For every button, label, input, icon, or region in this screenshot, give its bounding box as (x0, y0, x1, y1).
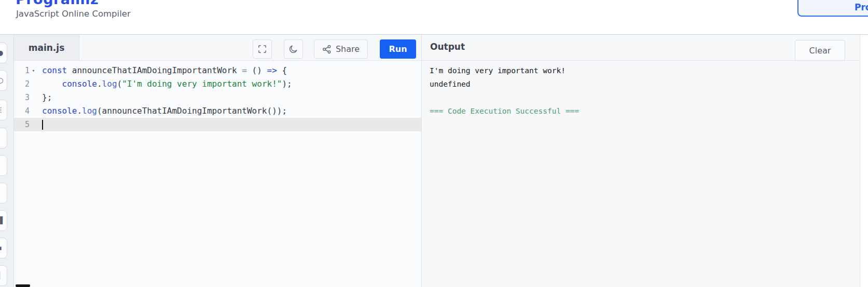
line-number: 3 (14, 91, 30, 104)
line-number: 2 (14, 77, 30, 91)
code-token: console (62, 79, 97, 89)
code-token: = (242, 65, 247, 75)
editor-panel: main.js (14, 35, 422, 287)
sidebar-tool-4-icon: ∕ (0, 128, 5, 148)
code-token: ( (117, 79, 122, 89)
sidebar-tool-5-button[interactable] (0, 155, 7, 176)
sidebar-tool-7-button[interactable]: ▐ (0, 210, 7, 231)
clear-button[interactable]: Clear (795, 40, 845, 61)
fullscreen-button[interactable] (253, 39, 272, 59)
share-nodes-icon (322, 45, 332, 54)
code-token: => (267, 65, 277, 75)
code-line[interactable]: 5 (14, 118, 421, 131)
code-token: }; (42, 92, 52, 102)
tab-main-js[interactable]: main.js (14, 35, 79, 60)
sidebar-tool-9-button[interactable]: ▌ (0, 265, 7, 286)
output-header: Output Clear (422, 35, 860, 61)
line-number: 1 (14, 64, 30, 77)
output-line (430, 91, 860, 104)
code-text: console.log(announceThatIAmDoingImportan… (37, 104, 287, 118)
output-line: I'm doing very important work! (430, 64, 860, 77)
tab-label: main.js (29, 43, 65, 53)
code-token: "I'm doing very important work!" (122, 79, 282, 89)
moon-icon (288, 44, 298, 54)
code-editor[interactable]: 1▾const announceThatIAmDoingImportantWor… (14, 61, 421, 131)
output-panel: Output Clear I'm doing very important wo… (422, 35, 860, 287)
sidebar-tool-9-icon: ▌ (0, 266, 5, 285)
code-token: log (102, 79, 117, 89)
code-text: console.log("I'm doing very important wo… (37, 77, 292, 91)
fold-arrow-icon[interactable]: ▾ (30, 64, 37, 77)
fold-spacer (30, 104, 37, 118)
pro-button[interactable]: Pro (797, 0, 868, 17)
fullscreen-icon (257, 44, 267, 54)
line-number: 5 (14, 118, 30, 131)
code-line[interactable]: 4console.log(announceThatIAmDoingImporta… (14, 104, 421, 118)
output-title: Output (430, 42, 465, 52)
page-title: JavaScript Online Compiler (16, 9, 131, 19)
code-token: () (247, 65, 267, 75)
line-number: 4 (14, 104, 30, 118)
tool-sidebar: ●○⋮∕▍▐▪▌ (0, 35, 14, 287)
text-cursor (42, 120, 43, 130)
sidebar-tool-3-icon: ⋮ (0, 100, 5, 120)
code-line[interactable]: 3}; (14, 91, 421, 104)
sidebar-tool-2-button[interactable]: ○ (0, 70, 7, 91)
site-header: Programiz JavaScript Online Compiler Pro (0, 0, 868, 35)
fold-spacer (30, 91, 37, 104)
sidebar-tool-4-button[interactable]: ∕ (0, 128, 7, 148)
code-token: const (42, 65, 67, 75)
code-token: { (277, 65, 287, 75)
execution-status-line: === Code Execution Successful === (430, 104, 860, 118)
sidebar-tool-3-button[interactable]: ⋮ (0, 100, 7, 120)
sidebar-tool-2-icon: ○ (0, 71, 5, 90)
code-token: log (82, 106, 97, 116)
sidebar-tool-1-button[interactable]: ● (0, 43, 7, 63)
editor-toolbar: main.js (14, 35, 421, 61)
programiz-logo[interactable]: Programiz (16, 0, 99, 7)
output-console: I'm doing very important work!undefined=… (422, 61, 860, 118)
run-button[interactable]: Run (380, 39, 416, 59)
sidebar-tool-7-icon: ▐ (0, 211, 5, 230)
code-token: console (42, 106, 77, 116)
sidebar-tool-5-icon (0, 156, 5, 175)
code-line[interactable]: 2 console.log("I'm doing very important … (14, 77, 421, 91)
code-text (37, 118, 43, 131)
code-text: const announceThatIAmDoingImportantWork … (37, 64, 287, 77)
sidebar-tool-1-icon: ● (0, 43, 5, 63)
sidebar-tool-6-button[interactable]: ▍ (0, 183, 7, 203)
horizontal-scrollbar-thumb[interactable] (16, 284, 30, 287)
code-token: announceThatIAmDoingImportantWork (67, 65, 242, 75)
fold-spacer (30, 118, 37, 131)
code-token: (announceThatIAmDoingImportantWork()); (97, 106, 287, 116)
output-line: undefined (430, 77, 860, 91)
share-button-label: Share (336, 44, 360, 54)
pro-button-label: Pro (855, 2, 868, 12)
code-token: ); (282, 79, 292, 89)
programiz-js-compiler: Programiz JavaScript Online Compiler Pro… (0, 0, 868, 287)
code-text: }; (37, 91, 52, 104)
code-line[interactable]: 1▾const announceThatIAmDoingImportantWor… (14, 64, 421, 77)
share-button[interactable]: Share (314, 39, 368, 59)
sidebar-tool-6-icon: ▍ (0, 183, 5, 203)
sidebar-tool-8-button[interactable]: ▪ (0, 238, 7, 258)
dark-mode-toggle[interactable] (284, 39, 303, 59)
fold-spacer (30, 77, 37, 91)
code-token (42, 79, 62, 89)
code-token: . (77, 106, 82, 116)
code-token: . (97, 79, 102, 89)
sidebar-tool-8-icon: ▪ (0, 238, 5, 258)
